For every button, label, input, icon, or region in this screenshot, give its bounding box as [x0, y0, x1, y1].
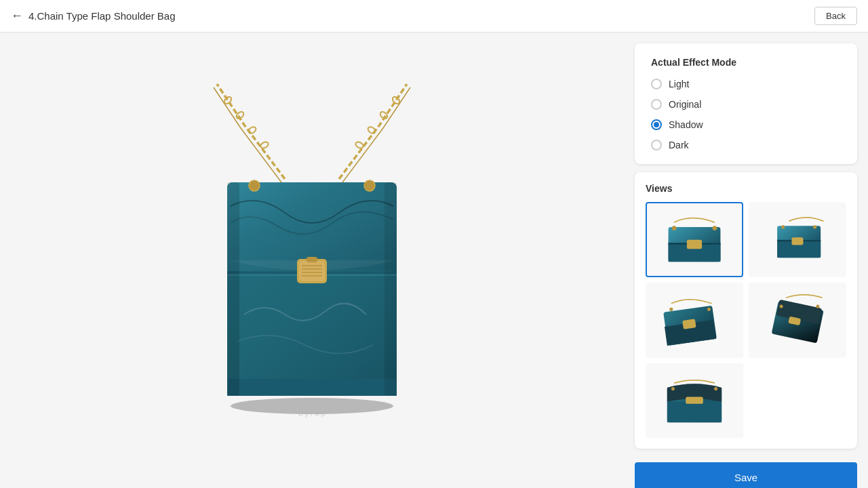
right-content: Actual Effect Mode Light Original [635, 43, 857, 477]
header: ← 4.Chain Type Flap Shoulder Bag Back [0, 0, 868, 33]
svg-rect-37 [791, 237, 803, 245]
save-button[interactable]: Save [635, 462, 857, 488]
view-thumb-5-icon [656, 371, 732, 429]
radio-dark-label: Dark [669, 140, 689, 150]
radio-original-label: Original [669, 99, 701, 110]
right-panel: Actual Effect Mode Light Original [624, 33, 868, 488]
bag-illustration: b y r o p [176, 70, 448, 450]
effect-mode-title: Actual Effect Mode [651, 57, 841, 68]
svg-point-54 [671, 387, 675, 390]
svg-rect-22 [307, 257, 317, 262]
svg-rect-53 [686, 397, 703, 404]
main-content: b y r o p Act [0, 33, 868, 488]
radio-light-input[interactable] [651, 79, 662, 89]
svg-rect-25 [227, 182, 239, 396]
view-thumb-3[interactable] [646, 283, 743, 358]
view-thumb-5[interactable] [646, 363, 743, 439]
svg-rect-52 [667, 402, 722, 423]
views-section: Views [635, 172, 857, 449]
preview-area: b y r o p [0, 33, 624, 488]
svg-point-55 [714, 387, 717, 390]
views-title: Views [646, 183, 846, 194]
view-thumb-2-icon [760, 211, 835, 268]
svg-point-33 [712, 226, 717, 230]
view-thumb-3-icon [656, 291, 732, 348]
radio-shadow-input[interactable] [651, 119, 662, 130]
bag-container: b y r o p [170, 64, 454, 457]
svg-point-49 [780, 305, 783, 308]
svg-point-4 [355, 141, 364, 150]
svg-rect-31 [687, 239, 702, 249]
header-left: ← 4.Chain Type Flap Shoulder Bag [11, 9, 176, 23]
svg-point-32 [672, 226, 677, 230]
svg-rect-12 [227, 270, 397, 396]
back-button[interactable]: Back [814, 7, 857, 25]
svg-rect-13 [227, 379, 397, 396]
effect-mode-card: Actual Effect Mode Light Original [635, 43, 857, 164]
svg-rect-26 [384, 182, 397, 396]
svg-point-5 [367, 125, 376, 134]
svg-rect-17 [299, 261, 325, 281]
svg-rect-42 [682, 319, 696, 329]
svg-point-50 [816, 305, 819, 308]
svg-point-1 [248, 125, 257, 134]
radio-shadow-label: Shadow [669, 119, 703, 130]
svg-point-38 [781, 225, 785, 228]
radio-item-original[interactable]: Original [651, 99, 841, 110]
svg-point-24 [364, 180, 375, 191]
radio-original-input[interactable] [651, 99, 662, 110]
svg-point-43 [669, 308, 673, 311]
svg-point-44 [707, 308, 711, 311]
radio-dark-input[interactable] [651, 140, 662, 150]
radio-item-light[interactable]: Light [651, 79, 841, 89]
view-thumb-2[interactable] [749, 202, 846, 277]
page-title: 4.Chain Type Flap Shoulder Bag [28, 10, 176, 22]
radio-item-shadow[interactable]: Shadow [651, 119, 841, 130]
chain-strap [214, 84, 410, 182]
svg-point-23 [249, 180, 260, 191]
radio-group: Light Original Shadow [651, 79, 841, 150]
view-thumb-1-icon [656, 211, 732, 268]
svg-text:b y r o p: b y r o p [298, 409, 326, 418]
bottom-section: Save [635, 457, 857, 488]
view-thumb-4[interactable] [749, 283, 846, 358]
back-arrow-icon[interactable]: ← [11, 9, 23, 23]
view-thumb-4-icon [760, 291, 835, 348]
view-thumb-1[interactable] [646, 202, 743, 277]
svg-point-0 [260, 141, 269, 150]
views-grid [646, 202, 846, 438]
radio-light-label: Light [669, 79, 689, 89]
radio-item-dark[interactable]: Dark [651, 140, 841, 150]
svg-point-39 [813, 225, 816, 228]
